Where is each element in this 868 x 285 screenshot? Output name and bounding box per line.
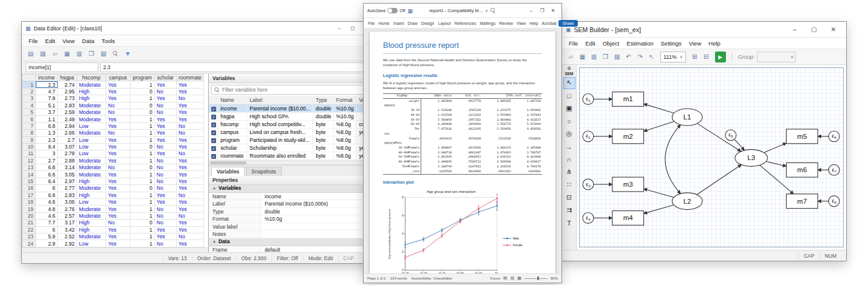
- row-number[interactable]: 9: [22, 136, 36, 143]
- cell[interactable]: 2.3: [36, 81, 58, 88]
- cell[interactable]: No: [155, 185, 177, 192]
- cell[interactable]: Yes: [106, 185, 131, 192]
- minimize-button[interactable]: –: [526, 7, 536, 15]
- open-icon[interactable]: ▱: [566, 52, 576, 62]
- column-header-campus[interactable]: campus: [106, 75, 131, 81]
- path-arrow-L1-m2[interactable]: [644, 121, 674, 131]
- restore-button[interactable]: ❐: [537, 7, 547, 15]
- menu-edit[interactable]: Edit: [582, 39, 598, 47]
- cell[interactable]: 1: [131, 226, 155, 233]
- row-number[interactable]: 22: [22, 226, 36, 233]
- cell[interactable]: Yes: [106, 150, 131, 157]
- cell[interactable]: 1.3: [36, 130, 58, 136]
- property-value[interactable]: income: [261, 193, 376, 200]
- row-number[interactable]: 13: [22, 164, 36, 171]
- pointer-icon[interactable]: ↖: [646, 52, 657, 62]
- regression-component-tool[interactable]: ⇉: [563, 204, 575, 216]
- property-value[interactable]: [261, 223, 376, 230]
- tab-review[interactable]: Review: [497, 20, 515, 27]
- cell[interactable]: Moderate: [77, 157, 106, 164]
- cell[interactable]: Yes: [155, 199, 177, 206]
- cell[interactable]: 2.57: [58, 212, 77, 219]
- cell[interactable]: Yes: [106, 88, 131, 95]
- row-number[interactable]: 15: [22, 178, 36, 184]
- cell[interactable]: No: [177, 95, 204, 102]
- cell[interactable]: Moderate: [77, 212, 106, 219]
- checkbox-cell[interactable]: ✓: [209, 112, 218, 120]
- cell[interactable]: 1: [131, 95, 155, 102]
- tab-acrobat[interactable]: Acrobat: [540, 20, 558, 27]
- menu-edit[interactable]: Edit: [42, 37, 58, 45]
- cell[interactable]: 6.8: [36, 192, 58, 198]
- row-number[interactable]: 10: [22, 143, 36, 150]
- tab-file[interactable]: File: [366, 20, 376, 27]
- cell[interactable]: Moderate: [77, 171, 106, 178]
- cell[interactable]: 1: [131, 122, 155, 129]
- cell[interactable]: 3.06: [58, 199, 77, 206]
- cell[interactable]: Yes: [177, 220, 204, 226]
- cell[interactable]: 2.9: [36, 240, 58, 247]
- menu-view[interactable]: View: [686, 39, 704, 47]
- cell[interactable]: Yes: [106, 233, 131, 240]
- horizontal-scrollbar[interactable]: [22, 247, 208, 252]
- cell[interactable]: 1.1: [36, 116, 58, 122]
- checkbox-cell[interactable]: ✓: [209, 144, 218, 152]
- tab-design[interactable]: Design: [419, 20, 436, 27]
- row-number[interactable]: 2: [22, 88, 36, 95]
- properties-section-variables[interactable]: ▲Variables: [209, 185, 376, 193]
- cell[interactable]: Moderate: [77, 102, 106, 109]
- menu-object[interactable]: Object: [600, 39, 622, 47]
- variable-row[interactable]: ✓hscompHigh school competitiv...byte%8.0…: [209, 120, 376, 128]
- variables-column-name[interactable]: Name: [218, 96, 247, 104]
- checkbox-cell[interactable]: ✓: [209, 104, 218, 112]
- latent-variables-set-tool[interactable]: ⊡: [563, 192, 575, 204]
- cell[interactable]: 2.66: [58, 130, 77, 136]
- data-grid[interactable]: incomehsgpahscompcampusprogramscholarroo…: [22, 74, 209, 252]
- row-number[interactable]: 8: [22, 130, 36, 136]
- property-value[interactable]: double: [261, 208, 376, 215]
- cell[interactable]: 6.8: [36, 122, 58, 129]
- cell[interactable]: High: [77, 88, 106, 95]
- cell[interactable]: 2.83: [58, 102, 77, 109]
- cell[interactable]: Yes: [155, 122, 177, 129]
- cell[interactable]: Moderate: [77, 206, 106, 212]
- cell[interactable]: Yes: [106, 122, 131, 129]
- row-number[interactable]: 14: [22, 171, 36, 178]
- variable-filter-input[interactable]: [222, 87, 370, 93]
- cell[interactable]: 7.9: [36, 95, 58, 102]
- row-number[interactable]: 6: [22, 116, 36, 122]
- menu-view[interactable]: View: [59, 37, 78, 45]
- cell[interactable]: 2.97: [58, 178, 77, 184]
- row-number[interactable]: 12: [22, 157, 36, 164]
- cell[interactable]: 0: [131, 88, 155, 95]
- document-title[interactable]: report1 - Compatibility M... ∨: [429, 8, 496, 13]
- cell[interactable]: Yes: [106, 212, 131, 219]
- covariance-tool[interactable]: ∩: [563, 153, 575, 166]
- variable-row[interactable]: ✓scholarScholarshipbyte%8.0gye: [209, 144, 376, 152]
- clipboard-icon[interactable]: ▨: [38, 49, 48, 59]
- column-header-hscomp[interactable]: hscomp: [77, 75, 106, 81]
- undo-icon[interactable]: ↶: [623, 52, 634, 62]
- save-icon[interactable]: ▦: [408, 8, 413, 14]
- cell[interactable]: High: [77, 226, 106, 233]
- autosave-toggle[interactable]: AutoSave Off: [367, 8, 405, 13]
- zoom-level[interactable]: 80%: [551, 277, 558, 280]
- cell[interactable]: 6.8: [36, 164, 58, 171]
- cell[interactable]: 3.17: [58, 220, 77, 226]
- scrollbar-thumb[interactable]: [210, 161, 246, 164]
- cell[interactable]: Yes: [155, 226, 177, 233]
- cell[interactable]: No: [177, 150, 204, 157]
- row-number[interactable]: 5: [22, 109, 36, 115]
- cell[interactable]: 3.07: [58, 143, 77, 150]
- cell[interactable]: No: [155, 178, 177, 184]
- cell[interactable]: Moderate: [77, 109, 106, 115]
- menu-file[interactable]: File: [566, 39, 581, 47]
- cell[interactable]: Yes: [106, 136, 131, 143]
- cell[interactable]: Yes: [106, 171, 131, 178]
- cell[interactable]: 3.05: [58, 171, 77, 178]
- variables-column-type[interactable]: Type: [313, 96, 334, 104]
- search-icon[interactable]: [490, 8, 496, 13]
- cell[interactable]: 4.8: [36, 206, 58, 212]
- select-tool[interactable]: ↖: [563, 77, 575, 89]
- cell[interactable]: 0: [131, 109, 155, 115]
